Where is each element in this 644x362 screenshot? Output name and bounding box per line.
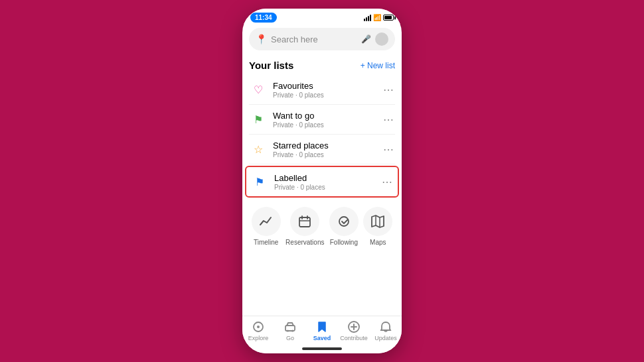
signal-icon xyxy=(364,15,371,21)
following-icon xyxy=(329,207,359,236)
wifi-icon: 📶 xyxy=(373,14,381,21)
list-meta-want-to-go: Private · 0 places xyxy=(273,121,382,129)
quick-action-maps[interactable]: Maps xyxy=(363,207,392,246)
svg-rect-10 xyxy=(285,326,295,331)
contribute-icon xyxy=(347,320,361,333)
svg-point-11 xyxy=(287,330,289,332)
list-item-starred[interactable]: ☆ Starred places Private · 0 places ⋯ xyxy=(249,135,395,164)
list-icon-flag-green: ⚑ xyxy=(249,110,268,129)
list-name-favourites: Favourites xyxy=(273,81,382,91)
updates-label: Updates xyxy=(374,335,397,341)
quick-actions: Timeline Reservations xyxy=(249,199,395,251)
more-button-labelled[interactable]: ⋯ xyxy=(380,176,394,188)
more-button-favourites[interactable]: ⋯ xyxy=(382,84,395,96)
timeline-label: Timeline xyxy=(254,239,278,246)
search-placeholder: Search here xyxy=(271,34,357,44)
bottom-nav: Explore Go Saved Contribute xyxy=(242,316,402,344)
maps-pin-icon: 📍 xyxy=(256,34,267,44)
list-icon-flag-blue: ⚑ xyxy=(250,172,269,191)
maps-label: Maps xyxy=(370,239,386,246)
lists-title: Your lists xyxy=(249,60,293,71)
status-time: 11:34 xyxy=(250,13,277,23)
list-info-starred: Starred places Private · 0 places xyxy=(273,141,382,158)
saved-icon xyxy=(315,320,329,333)
list-item-labelled[interactable]: ⚑ Labelled Private · 0 places ⋯ xyxy=(245,166,399,198)
list-icon-star: ☆ xyxy=(249,140,268,158)
reservations-label: Reservations xyxy=(285,239,324,246)
go-label: Go xyxy=(286,335,294,341)
maps-icon xyxy=(363,207,392,236)
list-name-labelled: Labelled xyxy=(274,173,380,183)
svg-point-9 xyxy=(257,326,260,328)
svg-point-12 xyxy=(291,330,293,332)
new-list-button[interactable]: + New list xyxy=(361,61,395,70)
list-meta-starred: Private · 0 places xyxy=(273,151,382,158)
following-label: Following xyxy=(330,239,358,246)
more-button-want-to-go[interactable]: ⋯ xyxy=(382,113,395,126)
timeline-icon xyxy=(252,207,281,236)
list-item-want-to-go[interactable]: ⚑ Want to go Private · 0 places ⋯ xyxy=(249,105,395,135)
list-meta-favourites: Private · 0 places xyxy=(273,91,382,99)
list-name-starred: Starred places xyxy=(273,141,382,151)
list-meta-labelled: Private · 0 places xyxy=(274,184,380,191)
explore-icon xyxy=(252,320,265,333)
saved-label: Saved xyxy=(313,335,331,341)
nav-item-contribute[interactable]: Contribute xyxy=(338,320,370,341)
quick-action-timeline[interactable]: Timeline xyxy=(252,207,281,246)
svg-point-4 xyxy=(339,217,349,226)
nav-item-go[interactable]: Go xyxy=(274,320,306,341)
explore-label: Explore xyxy=(248,335,269,341)
content-area: Your lists + New list ♡ Favourites Priva… xyxy=(242,54,402,316)
contribute-label: Contribute xyxy=(340,335,368,341)
battery-icon xyxy=(383,15,394,21)
phone-container: 11:34 📶 📍 Search here 🎤 Your lists + New… xyxy=(242,9,402,353)
updates-icon xyxy=(379,320,392,333)
home-bar xyxy=(302,347,342,350)
list-item-favourites[interactable]: ♡ Favourites Private · 0 places ⋯ xyxy=(249,75,395,105)
status-bar: 11:34 📶 xyxy=(242,9,402,24)
list-info-labelled: Labelled Private · 0 places xyxy=(274,173,380,191)
list-info-favourites: Favourites Private · 0 places xyxy=(273,81,382,99)
nav-item-saved[interactable]: Saved xyxy=(306,320,338,341)
quick-action-reservations[interactable]: Reservations xyxy=(285,207,324,246)
nav-item-explore[interactable]: Explore xyxy=(242,320,274,341)
more-button-starred[interactable]: ⋯ xyxy=(382,143,395,156)
status-icons: 📶 xyxy=(364,14,394,21)
list-icon-heart: ♡ xyxy=(249,80,268,99)
svg-marker-5 xyxy=(372,215,384,227)
nav-item-updates[interactable]: Updates xyxy=(370,320,402,341)
list-info-want-to-go: Want to go Private · 0 places xyxy=(273,111,382,129)
go-icon xyxy=(283,320,297,333)
lists-header: Your lists + New list xyxy=(249,54,395,75)
quick-action-following[interactable]: Following xyxy=(329,207,359,246)
svg-rect-0 xyxy=(299,217,310,227)
mic-icon[interactable]: 🎤 xyxy=(361,34,371,44)
avatar[interactable] xyxy=(375,32,388,46)
home-indicator xyxy=(242,344,402,353)
reservations-icon xyxy=(290,207,319,236)
list-name-want-to-go: Want to go xyxy=(273,111,382,121)
search-bar[interactable]: 📍 Search here 🎤 xyxy=(249,28,395,50)
